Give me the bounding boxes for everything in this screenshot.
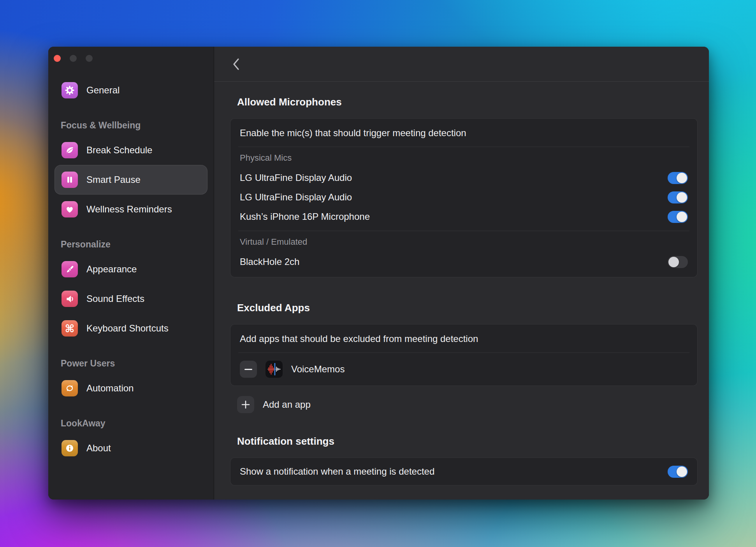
mic-rows: BlackHole 2ch: [240, 252, 688, 272]
mic-name: Kush’s iPhone 16P Microphone: [240, 211, 370, 222]
leaf-icon: [62, 142, 78, 158]
gear-icon: [62, 82, 78, 98]
mic-groups: Physical MicsLG UltraFine Display AudioL…: [240, 153, 688, 272]
divider: [238, 231, 689, 231]
sidebar-group-header: Focus & Wellbeing: [61, 120, 207, 131]
divider: [238, 352, 689, 353]
toggle-knob: [677, 466, 687, 477]
pause-icon: [62, 172, 78, 188]
sidebar: GeneralFocus & Wellbeing Break Schedule …: [48, 47, 214, 500]
add-app-label: Add an app: [263, 399, 311, 410]
mic-group-label: Physical Mics: [240, 153, 688, 163]
sidebar-item-break-schedule[interactable]: Break Schedule: [55, 135, 207, 165]
sidebar-item-label: Wellness Reminders: [86, 204, 172, 215]
close-button[interactable]: [54, 55, 61, 62]
speaker-icon: [62, 291, 78, 307]
desktop: { "window": { "traffic_lights": ["close"…: [0, 0, 756, 547]
toggle-switch[interactable]: [668, 466, 688, 478]
excluded-apps-list: VoiceMemos: [240, 358, 688, 380]
sidebar-item-label: Appearance: [86, 264, 137, 275]
toggle-switch[interactable]: [668, 191, 688, 203]
main-panel: Allowed Microphones Enable the mic(s) th…: [214, 47, 709, 500]
notification-settings-card: Show a notification when a meeting is de…: [230, 458, 698, 486]
sidebar-group-header: Power Users: [61, 358, 207, 369]
toggle-knob: [677, 192, 687, 203]
mic-row: Kush’s iPhone 16P Microphone: [240, 207, 688, 226]
sidebar-item-label: Keyboard Shortcuts: [86, 323, 169, 334]
command-icon: ⌘: [62, 320, 78, 337]
mic-name: BlackHole 2ch: [240, 256, 299, 267]
sidebar-item-general[interactable]: General: [55, 75, 207, 105]
allowed-microphones-card: Enable the mic(s) that should trigger me…: [230, 118, 698, 277]
toggle-knob: [677, 173, 687, 183]
minimize-button[interactable]: [70, 55, 77, 62]
remove-app-button[interactable]: [240, 361, 257, 378]
sidebar-item-label: Automation: [86, 383, 134, 394]
excluded-apps-card: Add apps that should be excluded from me…: [230, 324, 698, 386]
sidebar-item-keyboard-shortcuts[interactable]: ⌘Keyboard Shortcuts: [55, 314, 207, 343]
mic-row: LG UltraFine Display Audio: [240, 188, 688, 207]
chevron-left-icon: [232, 57, 241, 71]
voicememos-app-icon: [265, 361, 283, 378]
sidebar-item-label: Smart Pause: [86, 174, 141, 185]
mic-row: BlackHole 2ch: [240, 252, 688, 272]
toggle-switch[interactable]: [668, 172, 688, 184]
notification-rows: Show a notification when a meeting is de…: [240, 465, 688, 478]
sidebar-item-label: About: [86, 443, 111, 454]
toggle-switch[interactable]: [668, 256, 688, 268]
content: Allowed Microphones Enable the mic(s) th…: [214, 82, 709, 500]
zoom-button[interactable]: [86, 55, 93, 62]
section-title-notification-settings: Notification settings: [237, 435, 698, 447]
traffic-lights: [54, 55, 93, 62]
excluded-app-name: VoiceMemos: [291, 364, 345, 375]
heart-icon: [62, 201, 78, 217]
sidebar-item-smart-pause[interactable]: Smart Pause: [55, 165, 207, 195]
sidebar-item-about[interactable]: About: [55, 433, 207, 463]
mic-group-label: Virtual / Emulated: [240, 237, 688, 247]
allowed-mics-description: Enable the mic(s) that should trigger me…: [240, 126, 688, 140]
sidebar-item-wellness-reminders[interactable]: Wellness Reminders: [55, 195, 207, 224]
sidebar-item-label: Break Schedule: [86, 145, 152, 156]
divider: [238, 147, 689, 147]
sidebar-group-header: LookAway: [61, 418, 207, 429]
plus-icon: [241, 400, 250, 409]
excluded-app-row: VoiceMemos: [240, 358, 688, 380]
sidebar-item-label: General: [86, 85, 120, 96]
sidebar-list: GeneralFocus & Wellbeing Break Schedule …: [55, 75, 207, 463]
mic-row: LG UltraFine Display Audio: [240, 168, 688, 188]
mic-name: LG UltraFine Display Audio: [240, 172, 352, 183]
sidebar-item-appearance[interactable]: Appearance: [55, 254, 207, 284]
settings-window: GeneralFocus & Wellbeing Break Schedule …: [48, 47, 709, 500]
notification-row: Show a notification when a meeting is de…: [240, 465, 688, 478]
excluded-apps-description: Add apps that should be excluded from me…: [240, 332, 688, 345]
sync-arrows-icon: [62, 380, 78, 396]
sidebar-item-sound-effects[interactable]: Sound Effects: [55, 284, 207, 314]
section-title-allowed-microphones: Allowed Microphones: [237, 96, 698, 108]
mic-name: LG UltraFine Display Audio: [240, 192, 352, 203]
sidebar-item-automation[interactable]: Automation: [55, 373, 207, 403]
toggle-knob: [677, 212, 687, 222]
section-title-excluded-apps: Excluded Apps: [237, 302, 698, 314]
toggle-switch[interactable]: [668, 211, 688, 223]
info-icon: [62, 440, 78, 456]
sidebar-item-label: Sound Effects: [86, 293, 144, 304]
sidebar-group-header: Personalize: [61, 239, 207, 250]
mic-rows: LG UltraFine Display AudioLG UltraFine D…: [240, 168, 688, 226]
add-app-row: Add an app: [230, 396, 698, 413]
main-header: [214, 47, 709, 82]
paintbrush-icon: [62, 261, 78, 277]
add-app-button[interactable]: [237, 396, 254, 413]
notification-label: Show a notification when a meeting is de…: [240, 466, 434, 477]
back-button[interactable]: [230, 56, 242, 72]
toggle-knob: [668, 257, 679, 267]
